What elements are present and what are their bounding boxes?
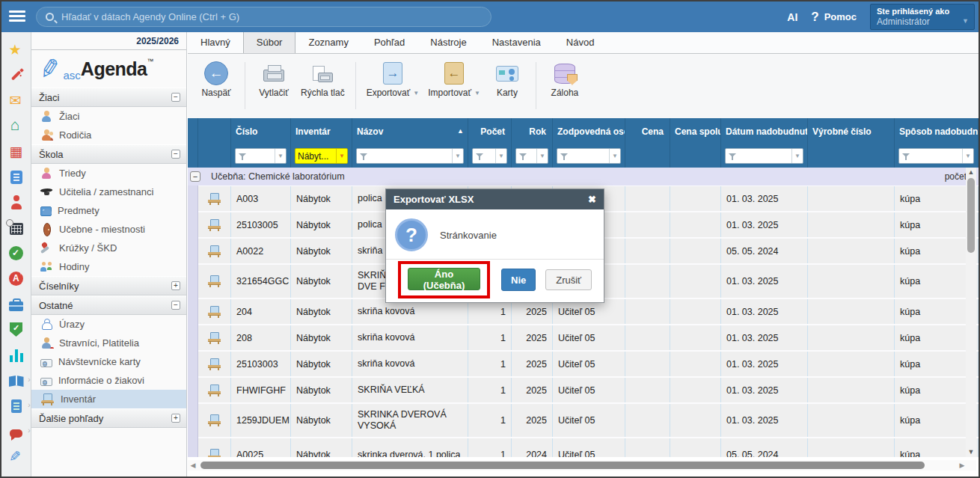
mail-envelope-button[interactable] (8, 94, 25, 108)
karty-button[interactable]: Karty (485, 59, 530, 118)
sidebar-item-u-itelia-zamestnanci[interactable]: Učitelia / zamestnanci (31, 183, 186, 201)
sidebar-section-al-ie-poh-ady[interactable]: Ďalšie pohľady+ (31, 408, 186, 428)
column-header-invent-r[interactable]: Inventár (291, 118, 352, 146)
cell-osoba[interactable]: Učiteľ 05 (553, 352, 625, 376)
control-shield-button[interactable] (8, 322, 25, 337)
yes-button[interactable]: Áno (Učebňa) (408, 268, 480, 290)
column-header-n-zov[interactable]: Názov▲ (352, 118, 468, 146)
cell-cena_spolu[interactable] (670, 239, 721, 263)
vytla-i-button[interactable]: Vytlačiť (251, 59, 296, 118)
group-row[interactable]: − Učebňa: Chemické laboratórium počet (188, 168, 979, 186)
filter-zodpovedn-osoba[interactable]: ▼ (557, 148, 621, 164)
cell-icon[interactable] (198, 378, 231, 402)
sidebar-item-inform-cie-o-iakovi[interactable]: Informácie o žiakovi (31, 371, 186, 390)
tab-n-stroje[interactable]: Nástroje (417, 32, 479, 53)
cell-cena[interactable] (625, 352, 670, 376)
cell-nazov[interactable]: SKRIŇA VEĽKÁ (352, 378, 468, 402)
cell-datum[interactable]: 01. 03. 2025 (721, 352, 808, 376)
sidebar-item-iaci[interactable]: Žiaci (31, 107, 186, 126)
cell-cislo[interactable]: 204 (231, 299, 291, 324)
column-header-cena-spolu[interactable]: Cena spolu (670, 118, 721, 146)
cell-nazov[interactable]: skriňa kovová (352, 325, 468, 350)
horizontal-scrollbar[interactable]: ◀ ▶ (188, 460, 976, 471)
cell-cislo[interactable]: 321654GGC (231, 265, 291, 298)
scroll-right-icon[interactable]: ▶ (957, 460, 967, 471)
cell-cena_spolu[interactable] (670, 265, 721, 298)
school-year[interactable]: 2025/2026 (31, 32, 186, 50)
tab-s-bor[interactable]: Súbor (243, 32, 296, 53)
column-header-slo[interactable]: Číslo (231, 118, 291, 146)
tab-n-vod[interactable]: Návod (554, 32, 607, 53)
reports-document-button[interactable]: › (8, 399, 25, 414)
exportova-button[interactable]: →Exportovať▼ (362, 59, 423, 118)
cell-icon[interactable] (198, 239, 231, 263)
cell-inventar[interactable]: Nábytok (291, 438, 352, 457)
cell-rok[interactable]: 2025 (512, 404, 553, 437)
cell-vyrobne[interactable] (808, 404, 895, 437)
tab-nastavenia[interactable]: Nastavenia (480, 32, 554, 53)
sidebar-item-invent-r[interactable]: Inventár (31, 390, 186, 408)
column-header-blank[interactable] (198, 118, 231, 146)
column-header-d-tum-nadobudnutia[interactable]: Dátum nadobudnutia (721, 118, 808, 146)
cell-inventar[interactable]: Nábytok (291, 325, 352, 350)
cell-osoba[interactable]: Učiteľ 05 (553, 378, 625, 402)
tab-poh-ad[interactable]: Pohľad (361, 32, 417, 53)
cell-pocet[interactable]: 1 (468, 404, 512, 437)
cell-cena_spolu[interactable] (670, 212, 721, 237)
cell-cena[interactable] (625, 404, 670, 437)
cell-cislo[interactable]: FHWIFGHF (231, 378, 291, 402)
column-header-zodpovedn-osoba[interactable]: Zodpovedná osoba (553, 118, 625, 146)
cell-vyrobne[interactable] (808, 325, 895, 350)
column-header-v-robn-slo[interactable]: Výrobné číslo (808, 118, 895, 146)
sidebar-section-kola[interactable]: Škola− (31, 144, 186, 164)
column-header-po-et[interactable]: Počet (468, 118, 512, 146)
scroll-down-icon[interactable]: ▼ (966, 447, 976, 457)
filter-sp-sob-nadobudnutia[interactable]: ▼ (898, 148, 974, 164)
filter-d-tum-nadobudnutia[interactable]: ▼ (725, 148, 803, 164)
statistics-chart-button[interactable] (8, 348, 25, 363)
calendar-clock-button[interactable] (8, 221, 25, 236)
cell-cislo[interactable]: 25103003 (231, 352, 291, 376)
cell-pocet[interactable]: 1 (468, 325, 512, 350)
no-button[interactable]: Nie (501, 269, 536, 291)
sidebar-item-razy[interactable]: Úrazy (31, 315, 186, 334)
column-header-sp-sob-nadobudnutia[interactable]: Spôsob nadobudnutia (895, 118, 979, 146)
cell-inventar[interactable]: Nábytok (291, 186, 352, 211)
cell-icon[interactable] (198, 212, 231, 237)
cell-inventar[interactable]: Nábytok (291, 378, 352, 402)
agenda-briefcase-button[interactable] (8, 297, 25, 312)
expand-icon[interactable]: + (171, 414, 180, 423)
cell-datum[interactable]: 01. 03. 2025 (721, 212, 808, 237)
cell-vyrobne[interactable] (808, 378, 895, 402)
cell-datum[interactable]: 01. 03. 2025 (721, 265, 808, 298)
cell-nazov[interactable]: SKRINKA DVEROVÁ VYSOKÁ (352, 404, 468, 437)
sidebar-section-seln-ky[interactable]: Číselníky+ (31, 276, 186, 295)
filter-invent-r[interactable]: Nábyt...▼ (295, 148, 348, 164)
cell-vyrobne[interactable] (808, 265, 895, 298)
cell-cena[interactable] (625, 239, 670, 263)
global-search[interactable] (36, 7, 491, 27)
cell-datum[interactable]: 01. 03. 2025 (721, 404, 808, 437)
cell-cena_spolu[interactable] (670, 186, 721, 211)
cell-cislo[interactable]: 208 (231, 325, 291, 350)
cell-cislo[interactable]: A0025 (231, 438, 291, 457)
cell-vyrobne[interactable] (808, 212, 895, 237)
cell-datum[interactable]: 05. 05. 2024 (721, 239, 808, 263)
cell-vyrobne[interactable] (808, 239, 895, 263)
attendance-check-button[interactable] (8, 246, 25, 261)
importova-button[interactable]: ←Importovať▼ (423, 59, 485, 118)
cell-icon[interactable] (198, 186, 231, 211)
table-row[interactable]: 208Nábytokskriňa kovová12025Učiteľ 0501.… (188, 325, 979, 350)
cell-cena[interactable] (625, 378, 670, 402)
filter-slo[interactable]: ▼ (235, 148, 287, 164)
cell-vyrobne[interactable] (808, 352, 895, 376)
cell-inventar[interactable]: Nábytok (291, 212, 352, 237)
cell-datum[interactable]: 01. 03. 2025 (721, 299, 808, 324)
z-loha-button[interactable]: Záloha (542, 59, 587, 118)
cell-icon[interactable] (198, 438, 231, 457)
sidebar-item-rodi-ia[interactable]: Rodičia (31, 126, 186, 144)
scroll-up-icon[interactable]: ▲ (966, 168, 976, 177)
expand-icon[interactable]: + (171, 281, 180, 290)
cell-rok[interactable]: 2025 (512, 352, 553, 376)
filter-po-et[interactable]: ▼ (472, 148, 507, 164)
